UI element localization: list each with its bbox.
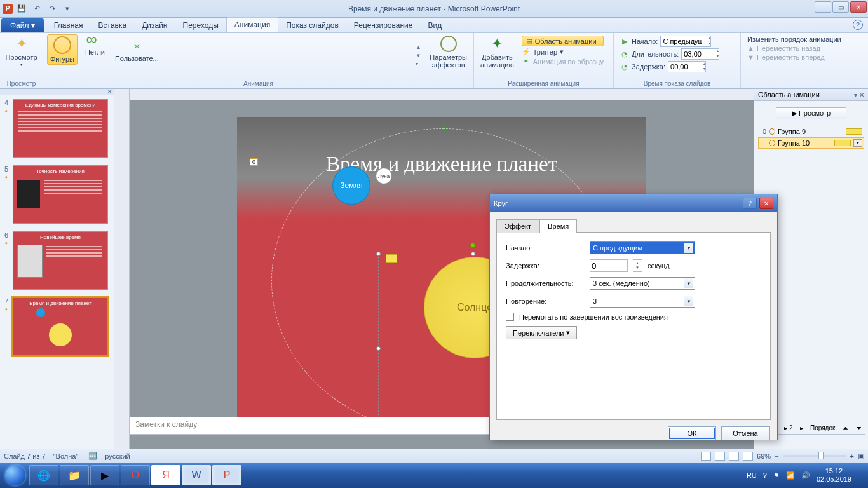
moon-shape[interactable]: Луна [376,168,392,184]
tray-volume-icon[interactable]: 🔊 [801,471,810,480]
taskbar-yandex[interactable]: Я [151,465,180,485]
thumbnail-5[interactable]: 5✦ Точность измерения [0,161,114,227]
minimize-button[interactable]: — [815,1,831,13]
animation-pane-play-button[interactable]: ▶ Просмотр [776,107,846,119]
preview-button[interactable]: ✦ Просмотр ▾ [4,34,39,69]
resize-handle-n[interactable] [471,252,475,256]
dlg-rewind-checkbox[interactable] [506,313,514,321]
dialog-cancel-button[interactable]: Отмена [721,426,770,440]
qat-save-icon[interactable]: 💾 [15,3,28,15]
animation-pane-toggle[interactable]: ▤ Область анимации [522,36,604,46]
animation-pane-menu-icon[interactable]: ▾ [854,92,857,98]
gallery-more[interactable]: ▾ [416,62,421,66]
fit-to-window-button[interactable]: ▣ [858,452,864,460]
effect-options-button[interactable]: Параметры эффектов [427,34,470,70]
thumbnails-close-icon[interactable]: ✕ [107,89,112,96]
dlg-repeat-select[interactable]: 3▼ [590,295,695,308]
thumbnail-4[interactable]: 4✦ Единицы измерения времени [0,95,114,161]
dialog-titlebar[interactable]: Круг ? ✕ [490,194,777,212]
tab-view[interactable]: Вид [420,18,449,32]
dlg-delay-spinner[interactable]: ▲▼ [633,259,642,272]
zoom-in-button[interactable]: + [850,452,854,460]
taskbar-opera[interactable]: O [121,465,150,485]
custom-label: Пользовате... [115,55,159,62]
tab-transitions[interactable]: Переходы [175,18,226,32]
dlg-delay-input[interactable] [590,259,628,272]
qat-undo-icon[interactable]: ↶ [31,3,43,15]
restore-button[interactable]: ▭ [832,1,849,13]
dlg-triggers-button[interactable]: Переключатели ▾ [506,326,577,339]
tab-review[interactable]: Рецензирование [346,18,421,32]
thumbnail-7[interactable]: 7✦ Время и движение планет [0,294,114,360]
help-icon[interactable]: ? [853,20,863,30]
thumbnail-6[interactable]: 6✦ Новейшее время [0,227,114,294]
gallery-scroll-down[interactable]: ▼ [416,53,421,58]
rotation-handle[interactable] [470,243,475,248]
tray-language[interactable]: RU [747,471,757,479]
tab-design[interactable]: Дизайн [134,18,175,32]
resize-handle-w[interactable] [376,346,381,351]
dlg-delay-unit: секунд [648,262,670,269]
qat-redo-icon[interactable]: ↷ [46,3,58,15]
animation-effect-dialog: Круг ? ✕ Эффект Время Начало: С предыдущ… [489,194,778,440]
delay-spinner[interactable] [668,61,706,72]
taskbar-media[interactable]: ▶ [90,465,119,485]
tray-flag-icon[interactable]: ⚑ [773,471,780,480]
zoom-out-button[interactable]: − [775,452,778,460]
taskbar-ie[interactable]: 🌐 [29,465,58,485]
zoom-level[interactable]: 69% [757,452,771,460]
animation-item-2[interactable]: Группа 10 ▾ [758,137,864,149]
dialog-help-button[interactable]: ? [743,198,757,209]
anim-shapes[interactable]: Фигуры [47,34,78,65]
dialog-ok-button[interactable]: ОК [668,426,716,440]
dlg-start-select[interactable]: С предыдущим▼ [590,241,695,254]
dialog-tab-effect[interactable]: Эффект [496,219,539,233]
add-animation-label: Добавить анимацию [480,53,514,69]
tab-home[interactable]: Главная [46,18,91,32]
tab-file[interactable]: Файл ▾ [1,18,44,32]
timing-bar[interactable] [834,140,851,146]
chevron-down-icon[interactable]: ▼ [684,278,693,288]
anim-loops[interactable]: Петли [83,34,107,57]
start-button[interactable] [3,463,28,488]
reading-view-button[interactable] [729,452,739,461]
chevron-down-icon[interactable]: ▼ [684,296,693,306]
qat-customize-icon[interactable]: ▾ [61,3,74,15]
tray-network-icon[interactable]: 📶 [786,471,795,480]
add-animation-button[interactable]: ✦ Добавить анимацию [478,34,517,70]
gallery-scroll-up[interactable]: ▲ [416,45,421,50]
tray-clock[interactable]: 15:12 02.05.2019 [817,467,851,484]
zoom-thumb[interactable] [818,452,824,459]
animation-item-menu[interactable]: ▾ [853,139,862,147]
language-indicator[interactable]: русский [105,452,130,460]
chevron-down-icon[interactable]: ▼ [684,243,693,253]
show-desktop-button[interactable] [858,465,863,485]
tab-slideshow[interactable]: Показ слайдов [278,18,346,32]
animation-pane-close-icon[interactable]: ✕ [859,92,864,98]
trigger-button[interactable]: ⚡Триггер ▾ [522,48,604,56]
taskbar-word[interactable]: W [182,465,211,485]
dialog-close-button[interactable]: ✕ [759,198,773,209]
resize-handle-nw[interactable] [376,252,381,256]
animation-item-1[interactable]: 0 Группа 9 [758,126,864,137]
tray-help-icon[interactable]: ? [763,471,767,479]
slideshow-view-button[interactable] [743,452,753,461]
dlg-duration-select[interactable]: 3 сек. (медленно)▼ [590,277,695,290]
anim-custom[interactable]: ⁎ Пользовате... [112,34,161,64]
dialog-tab-time[interactable]: Время [539,219,577,233]
earth-shape[interactable]: Земля [332,166,370,205]
tab-animations[interactable]: Анимация [226,17,278,32]
close-button[interactable]: ✕ [850,1,867,13]
reorder-up-icon[interactable]: ⏶ [843,424,849,431]
sorter-view-button[interactable] [715,452,725,461]
reorder-down-icon[interactable]: ⏷ [856,424,862,431]
duration-spinner[interactable] [681,48,719,60]
normal-view-button[interactable] [701,452,711,461]
taskbar-explorer[interactable]: 📁 [60,465,89,485]
animation-tag-0[interactable]: 0 [250,158,258,166]
timing-bar[interactable] [846,128,862,135]
zoom-slider[interactable] [783,455,846,458]
start-dropdown[interactable] [660,36,711,47]
group-preview-label: Просмотр [4,80,39,88]
taskbar-powerpoint[interactable]: P [212,465,241,485]
